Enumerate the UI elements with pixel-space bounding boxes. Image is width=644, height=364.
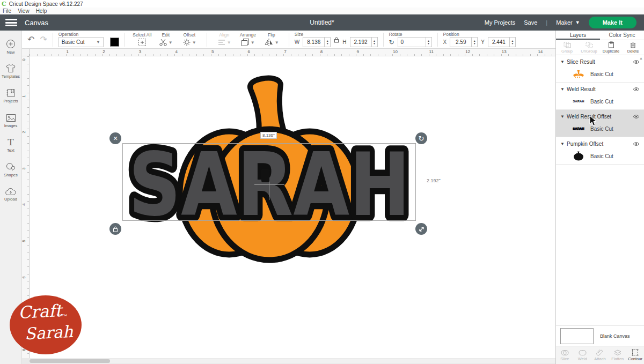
menu-help[interactable]: Help xyxy=(36,8,47,14)
ruler-number: 12 xyxy=(465,49,470,54)
y-stepper[interactable]: ▲▼ xyxy=(509,38,515,47)
offset-label: Offset xyxy=(184,32,196,38)
menu-view[interactable]: View xyxy=(18,8,30,14)
sidebar-item-images[interactable]: Images xyxy=(0,109,22,132)
ungroup-button[interactable]: UnGroup xyxy=(578,42,600,54)
ruler-number: 6 xyxy=(248,49,250,54)
delete-button[interactable]: Delete xyxy=(622,41,644,54)
layer-group-weld-result[interactable]: ▼ Weld Result SARAH Basic Cut xyxy=(556,83,644,110)
rotate-stepper[interactable]: ▲▼ xyxy=(426,38,431,47)
align-icon: ▼ xyxy=(217,38,231,47)
select-all-button[interactable]: Select All xyxy=(130,32,154,47)
height-measurement-tag: 2.192" xyxy=(427,178,441,183)
height-axis-label: H xyxy=(342,39,346,45)
sidebar-item-templates[interactable]: Templates xyxy=(0,60,22,83)
layer-item-basic-cut[interactable]: Basic Cut xyxy=(556,149,644,163)
offset-button[interactable]: Offset ▼ xyxy=(178,32,201,47)
align-button[interactable]: Align ▼ xyxy=(213,32,236,47)
delete-handle[interactable]: ✕ xyxy=(109,132,121,144)
size-group: Size W 8.136 ▲▼ H 2.192 ▲▼ xyxy=(295,32,378,47)
slice-icon xyxy=(561,350,569,356)
design-canvas[interactable]: SARAH ✕ ↻ 8.136" 2.192" xyxy=(30,56,555,358)
save-link[interactable]: Save xyxy=(524,19,537,26)
layer-item-basic-cut[interactable]: SARAH Basic Cut xyxy=(556,122,644,136)
y-position-input[interactable]: 2.441 ▲▼ xyxy=(488,37,516,47)
menu-file[interactable]: File xyxy=(3,8,11,14)
weld-button[interactable]: Weld xyxy=(574,350,591,361)
flatten-button[interactable]: Flatten xyxy=(609,350,626,361)
canvas-color-swatch[interactable] xyxy=(560,328,594,344)
trash-icon xyxy=(630,41,636,48)
pumpkin-name-design[interactable]: SARAH xyxy=(30,56,555,358)
visibility-eye-icon[interactable] xyxy=(633,60,640,64)
width-stepper[interactable]: ▲▼ xyxy=(324,38,330,47)
rotate-handle[interactable]: ↻ xyxy=(415,132,427,144)
attach-button[interactable]: Attach xyxy=(591,349,609,361)
group-button[interactable]: Group xyxy=(556,42,578,54)
visibility-eye-icon[interactable] xyxy=(633,142,640,146)
ruler-number: 10 xyxy=(393,49,398,54)
edit-toolbar: ↶ ↷ Operation Basic Cut ▼ Select All Edi… xyxy=(22,31,555,49)
layer-group-weld-result-offset[interactable]: ▼ Weld Result Offset SARAH Basic Cut xyxy=(556,110,644,137)
tab-layers[interactable]: Layers xyxy=(556,31,600,40)
arrange-button[interactable]: Arrange ▼ xyxy=(236,32,260,47)
mouse-cursor xyxy=(589,116,599,127)
layer-group-pumpkin-offset[interactable]: ▼ Pumpkin Offset Basic Cut xyxy=(556,137,644,165)
lock-icon[interactable] xyxy=(334,37,339,43)
scrollbar-thumb[interactable] xyxy=(30,359,110,363)
my-projects-link[interactable]: My Projects xyxy=(485,19,515,26)
layer-cut-type: Basic Cut xyxy=(590,153,613,159)
make-it-button[interactable]: Make It xyxy=(589,17,636,28)
x-stepper[interactable]: ▲▼ xyxy=(471,38,477,47)
flip-button[interactable]: Flip ▼ xyxy=(260,32,283,47)
sidebar-item-new[interactable]: New xyxy=(0,35,22,58)
attach-paperclip-icon xyxy=(596,349,603,356)
position-group: Position X 2.59 ▲▼ Y 2.441 ▲▼ xyxy=(443,32,516,47)
tab-color-sync[interactable]: Color Sync xyxy=(600,31,644,40)
sidebar-item-text[interactable]: T Text xyxy=(0,133,22,157)
redo-icon[interactable]: ↷ xyxy=(40,34,47,44)
undo-icon[interactable]: ↶ xyxy=(27,34,34,44)
slice-button[interactable]: Slice xyxy=(556,350,574,361)
sidebar-item-shapes[interactable]: Shapes xyxy=(0,158,22,182)
scroll-up-icon[interactable]: ▲ xyxy=(639,56,643,60)
layer-group-slice-result[interactable]: ▼ Slice Result Basic Cut xyxy=(556,55,644,83)
height-stepper[interactable]: ▲▼ xyxy=(371,38,377,47)
contour-button[interactable]: Contour xyxy=(626,349,644,361)
x-position-value: 2.59 xyxy=(450,39,471,45)
sidebar-item-upload[interactable]: Upload xyxy=(0,183,22,206)
hamburger-menu-icon[interactable] xyxy=(5,19,17,26)
visibility-eye-icon[interactable] xyxy=(633,114,640,119)
layer-item-basic-cut[interactable]: SARAH Basic Cut xyxy=(556,94,644,108)
chevron-down-icon[interactable]: ▼ xyxy=(560,114,567,119)
contour-label: Contour xyxy=(628,356,642,361)
chevron-down-icon[interactable]: ▼ xyxy=(560,87,567,92)
width-input[interactable]: 8.136 ▲▼ xyxy=(303,37,331,47)
edit-scissors-icon: ▼ xyxy=(159,38,173,47)
chevron-down-icon[interactable]: ▼ xyxy=(560,60,567,64)
offset-icon: ▼ xyxy=(182,38,196,47)
chevron-down-icon[interactable]: ▼ xyxy=(560,142,567,146)
edit-button[interactable]: Edit ▼ xyxy=(154,32,178,47)
x-axis-label: X xyxy=(443,39,447,45)
color-swatch[interactable] xyxy=(110,38,119,47)
height-input[interactable]: 2.192 ▲▼ xyxy=(350,37,378,47)
operation-select[interactable]: Basic Cut ▼ xyxy=(58,37,104,47)
layers-list: ▲ ▼ Slice Result Basic Cut ▼ Weld Result xyxy=(556,55,644,325)
duplicate-button[interactable]: Duplicate xyxy=(600,41,622,54)
x-position-input[interactable]: 2.59 ▲▼ xyxy=(450,37,478,47)
width-axis-label: W xyxy=(295,39,299,45)
align-label: Align xyxy=(219,32,229,38)
rotate-input[interactable]: 0 ▲▼ xyxy=(398,37,432,47)
horizontal-scrollbar[interactable] xyxy=(30,359,555,363)
machine-selector[interactable]: Maker ▼ xyxy=(556,19,580,26)
ruler-number: 8 xyxy=(320,49,323,54)
images-icon xyxy=(6,114,16,122)
resize-handle[interactable] xyxy=(415,223,427,235)
lock-handle[interactable] xyxy=(109,223,121,235)
layer-item-basic-cut[interactable]: Basic Cut xyxy=(556,67,644,81)
sidebar-item-projects[interactable]: Projects xyxy=(0,84,22,108)
visibility-eye-icon[interactable] xyxy=(633,87,640,92)
app-header: Canvas Untitled* My Projects Save | Make… xyxy=(0,14,644,31)
sidebar-item-label: Templates xyxy=(2,74,20,79)
